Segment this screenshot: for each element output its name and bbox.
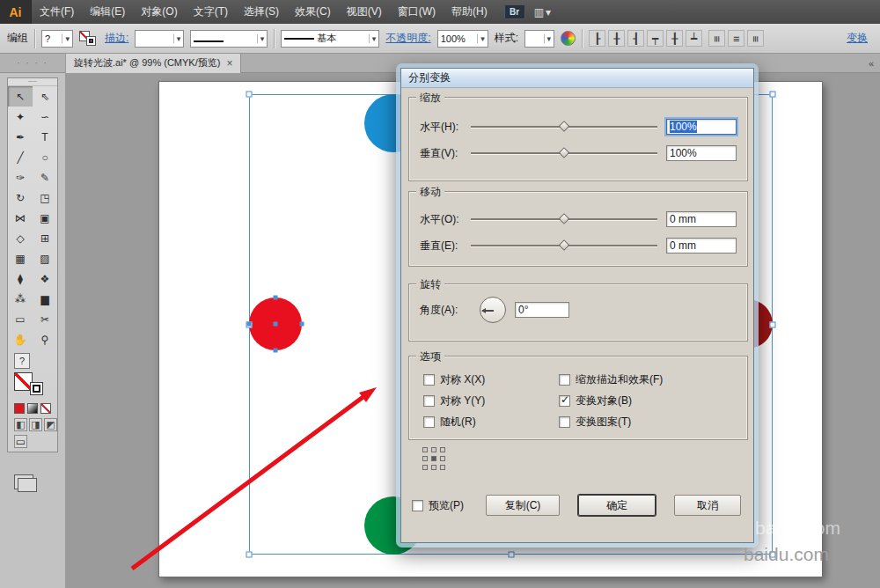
menu-select[interactable]: 选择(S) — [236, 0, 287, 24]
menu-type[interactable]: 文字(T) — [186, 0, 236, 24]
draw-behind-icon[interactable]: ◨ — [29, 418, 42, 431]
dock-grip[interactable]: · · · · — [0, 54, 65, 73]
brush-definition-combo[interactable]: 基本 ▾ — [281, 30, 379, 48]
symbol-sprayer-tool[interactable]: ⁂ — [8, 289, 33, 309]
reference-point[interactable] — [440, 465, 445, 470]
reference-point[interactable] — [431, 447, 436, 452]
selection-handle-top-left[interactable] — [246, 92, 253, 98]
paintbrush-tool[interactable]: ✑ — [8, 167, 33, 187]
anchor-point-bottom[interactable] — [274, 349, 278, 353]
move-horizontal-input[interactable]: 0 mm — [666, 211, 737, 227]
selection-handle-top-right[interactable] — [770, 92, 776, 98]
selection-tool[interactable]: ↖ — [8, 86, 33, 107]
checkbox-random[interactable]: 随机(R) — [423, 411, 485, 432]
eyedropper-tool[interactable]: ⧫ — [8, 268, 33, 289]
recolor-artwork-icon[interactable] — [561, 31, 576, 46]
anchor-point-left[interactable] — [247, 322, 252, 327]
collapsed-panel-icon[interactable] — [14, 474, 33, 489]
color-fill-swatch[interactable] — [14, 403, 25, 414]
reference-point[interactable] — [422, 465, 428, 470]
move-vertical-input[interactable]: 0 mm — [666, 238, 737, 254]
selection-handle-bottom-middle[interactable] — [509, 552, 515, 558]
align-vertical-middle-icon[interactable]: ╂ — [666, 30, 683, 47]
checkbox-reflect-y[interactable]: 对称 Y(Y) — [423, 390, 485, 411]
anchor-point-top[interactable] — [274, 296, 278, 300]
selection-handle-bottom-right[interactable] — [770, 552, 776, 558]
center-point[interactable] — [274, 322, 278, 327]
angle-dial[interactable] — [480, 297, 506, 323]
selection-handle-middle-right[interactable] — [770, 322, 776, 328]
shape-builder-tool[interactable]: ◇ — [8, 228, 33, 248]
checkbox-box[interactable] — [423, 395, 435, 407]
menu-edit[interactable]: 编辑(E) — [82, 0, 133, 24]
scale-horizontal-slider[interactable] — [471, 118, 657, 136]
slider-thumb[interactable] — [559, 121, 570, 132]
checkbox-preview[interactable]: 预览(P) — [412, 495, 464, 516]
help-box[interactable]: ? — [14, 353, 30, 369]
align-horizontal-center-icon[interactable]: ╂ — [608, 30, 625, 47]
width-tool[interactable]: ⋈ — [8, 208, 33, 228]
scale-horizontal-input[interactable]: 100% — [666, 119, 737, 135]
slider-thumb[interactable] — [559, 239, 570, 251]
scale-vertical-slider[interactable] — [471, 144, 657, 162]
pen-tool[interactable]: ✒ — [8, 127, 33, 147]
direct-selection-tool[interactable]: ⇖ — [33, 86, 57, 107]
width-profile-combo[interactable]: ▾ — [190, 30, 268, 48]
blend-tool[interactable]: ❖ — [33, 268, 57, 289]
selection-handle-bottom-left[interactable] — [246, 552, 253, 558]
cancel-button[interactable]: 取消 — [674, 495, 741, 516]
scale-tool[interactable]: ◳ — [33, 187, 57, 208]
menu-effect[interactable]: 效果(C) — [287, 0, 339, 24]
column-graph-tool[interactable]: ▆ — [33, 289, 57, 309]
style-combo[interactable]: ▾ — [524, 30, 554, 48]
distribute-spacing-icon[interactable]: ≡ — [750, 35, 762, 41]
hand-tool[interactable]: ✋ — [8, 329, 33, 349]
bridge-icon[interactable]: Br — [504, 4, 525, 19]
scale-vertical-input[interactable]: 100% — [666, 145, 737, 161]
dialog-titlebar[interactable]: 分别变换 — [401, 69, 753, 88]
anchor-point-right[interactable] — [300, 322, 304, 327]
checkbox-transform-objects[interactable]: ✓ 变换对象(B) — [559, 390, 663, 411]
artboard-tool[interactable]: ▭ — [8, 309, 33, 329]
distribute-vertical-icon[interactable]: ≡ — [728, 30, 744, 47]
move-horizontal-slider[interactable] — [471, 210, 657, 228]
angle-input[interactable]: 0° — [515, 302, 569, 318]
document-tab[interactable]: 旋转光波.ai* @ 99% (CMYK/预览) × — [66, 54, 241, 73]
none-swatch[interactable] — [40, 403, 51, 414]
stroke-weight-combo[interactable]: ▾ — [135, 30, 184, 48]
checkbox-box[interactable] — [423, 374, 435, 386]
reference-point-selected[interactable] — [431, 456, 436, 461]
align-horizontal-left-icon[interactable]: ┠ — [589, 30, 605, 47]
align-vertical-bottom-icon[interactable]: ┷ — [686, 30, 702, 47]
checkbox-box[interactable] — [412, 500, 423, 511]
draw-inside-icon[interactable]: ◩ — [44, 418, 57, 431]
pencil-tool[interactable]: ✎ — [33, 167, 57, 187]
reference-point[interactable] — [440, 447, 445, 452]
reference-point[interactable] — [422, 447, 428, 452]
screen-mode-icon[interactable]: ▭ — [14, 435, 27, 448]
checkbox-reflect-x[interactable]: 对称 X(X) — [423, 369, 485, 390]
slice-tool[interactable]: ✂ — [33, 309, 57, 329]
tools-panel-grip[interactable]: ── — [8, 78, 57, 86]
ellipse-tool[interactable]: ○ — [33, 147, 57, 167]
magic-wand-tool[interactable]: ✦ — [8, 107, 33, 127]
move-vertical-slider[interactable] — [471, 237, 657, 254]
arrange-documents-icon[interactable]: ▥ ▾ — [534, 6, 551, 18]
slider-thumb[interactable] — [559, 147, 570, 158]
opacity-panel-link[interactable]: 不透明度: — [385, 31, 430, 46]
menu-object[interactable]: 对象(O) — [133, 0, 185, 24]
checkbox-transform-patterns[interactable]: 变换图案(T) — [559, 411, 663, 432]
stroke-panel-link[interactable]: 描边: — [105, 31, 128, 46]
tab-close-icon[interactable]: × — [226, 57, 232, 70]
copy-button[interactable]: 复制(C) — [486, 495, 560, 516]
fill-stroke-proxy-small[interactable] — [79, 30, 99, 48]
reference-point-locator[interactable] — [422, 447, 445, 470]
stroke-color-proxy[interactable] — [30, 382, 43, 395]
variable-width-preset-combo[interactable]: ? ▾ — [41, 30, 73, 48]
checkbox-scale-strokes-effects[interactable]: 缩放描边和效果(F) — [559, 369, 663, 390]
distribute-horizontal-icon[interactable]: ≡ — [711, 35, 723, 41]
mesh-tool[interactable]: ▦ — [8, 248, 33, 268]
slider-thumb[interactable] — [559, 213, 570, 224]
transform-panel-link[interactable]: 变换 — [847, 31, 868, 46]
lasso-tool[interactable]: ∽ — [33, 107, 57, 127]
